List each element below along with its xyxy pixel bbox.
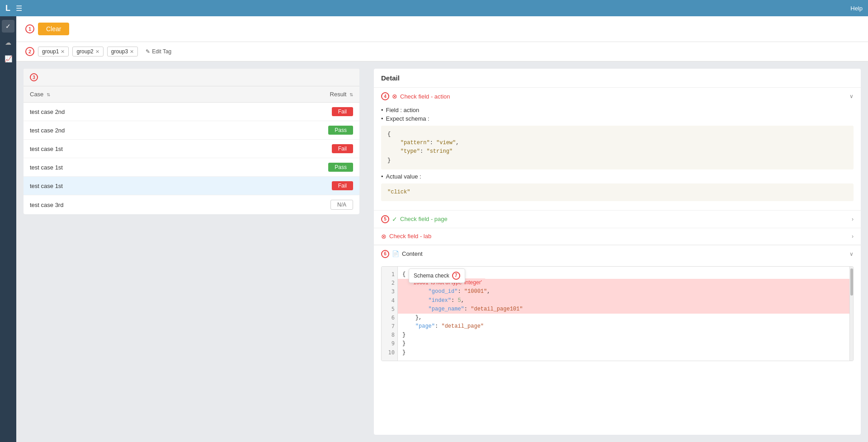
check-lab-title: ⊗ Check field - lab [381, 233, 431, 240]
section1-clear: 1 Clear [16, 16, 868, 42]
actual-value: "click" [387, 189, 410, 195]
edit-icon: ✎ [146, 48, 150, 55]
cell-result: Pass [212, 158, 359, 177]
field-label-row: • Field : action [381, 107, 854, 113]
line-number: 4 [384, 296, 395, 305]
cell-case: test case 1st [24, 140, 212, 158]
tag-group3[interactable]: group3 ✕ [107, 47, 138, 56]
content-label: Content [402, 250, 423, 257]
cell-case: test case 1st [24, 177, 212, 195]
line-number: 7 [384, 322, 395, 331]
edit-tag-label: Edit Tag [152, 48, 171, 55]
result-badge: Fail [332, 181, 353, 190]
check-action-title: 4 ⊗ Check field - action [381, 92, 450, 100]
content-section: 6 📄 Content ∨ 12345678910 { "lab": { "go… [374, 245, 861, 361]
test-table-container: Case ⇅ Result ⇅ test c [24, 86, 359, 214]
detail-title: Detail [374, 69, 861, 88]
tag-label: group2 [76, 48, 93, 55]
tooltip-step-badge: 7 [452, 272, 460, 280]
code-pattern-line: "pattern": "view", [387, 139, 847, 147]
tag-close-group1[interactable]: ✕ [61, 49, 65, 55]
topbar: L ☰ Help [0, 0, 868, 16]
check-page-item: 5 ✓ Check field - page › [374, 211, 861, 228]
help-link[interactable]: Help [850, 5, 863, 12]
check-action-item: 4 ⊗ Check field - action ∨ • Field : act… [374, 88, 861, 211]
code-line: } [402, 331, 845, 339]
step6-badge: 6 [381, 250, 389, 258]
cell-result: Fail [212, 177, 359, 195]
scrollbar-track[interactable] [849, 267, 853, 361]
table-row[interactable]: test case 2ndFail [24, 103, 359, 121]
topbar-left: L ☰ [5, 4, 22, 13]
sort-icon-result: ⇅ [349, 92, 353, 97]
chevron-content: ∨ [849, 251, 854, 257]
check-page-title: 5 ✓ Check field - page [381, 215, 448, 223]
cell-result: Pass [212, 121, 359, 140]
section2-tags: 2 group1 ✕ group2 ✕ group3 ✕ ✎ Edit Tag [16, 42, 868, 61]
table-row[interactable]: test case 3rdN/A [24, 195, 359, 215]
cell-case: test case 2nd [24, 103, 212, 121]
code-line: "good_id": "10001", [398, 287, 849, 296]
check-lab-header[interactable]: ⊗ Check field - lab › [374, 228, 861, 245]
step1-badge: 1 [25, 24, 34, 33]
actual-label: Actual value : [386, 173, 421, 180]
content-area: 3 Case ⇅ Result [16, 61, 868, 442]
table-row[interactable]: test case 1stFail [24, 177, 359, 195]
tag-group1[interactable]: group1 ✕ [38, 47, 69, 56]
line-number: 3 [384, 287, 395, 296]
code-brace-close: } [387, 156, 847, 165]
column-case: Case ⇅ [24, 86, 212, 103]
table-row[interactable]: test case 1stPass [24, 158, 359, 177]
main-content: 1 Clear 2 group1 ✕ group2 ✕ group3 ✕ ✎ E… [16, 16, 868, 442]
clear-button[interactable]: Clear [38, 23, 69, 35]
content-section-header[interactable]: 6 📄 Content ∨ [374, 245, 861, 263]
result-badge: Fail [332, 144, 353, 153]
tag-close-group3[interactable]: ✕ [130, 49, 134, 55]
pass-icon-page: ✓ [392, 216, 397, 223]
test-table: Case ⇅ Result ⇅ test c [24, 86, 359, 214]
cell-result: N/A [212, 195, 359, 215]
chevron-page: › [852, 216, 854, 222]
step2-badge: 2 [25, 47, 34, 56]
menu-icon[interactable]: ☰ [16, 4, 22, 13]
table-header-row: Case ⇅ Result ⇅ [24, 86, 359, 103]
check-lab-label: Check field - lab [389, 233, 431, 240]
chevron-lab: › [852, 233, 854, 240]
sidebar-icon-chart[interactable]: 📈 [2, 52, 14, 65]
step4-badge: 4 [381, 92, 389, 100]
check-page-header[interactable]: 5 ✓ Check field - page › [374, 211, 861, 228]
tag-label: group1 [42, 48, 59, 55]
sidebar-icon-check[interactable]: ✓ [2, 20, 14, 33]
chevron-action: ∨ [849, 93, 854, 99]
line-number: 10 [384, 348, 395, 357]
cell-result: Fail [212, 140, 359, 158]
code-line: } [402, 348, 845, 357]
sidebar-icon-cloud[interactable]: ☁ [2, 36, 14, 49]
sort-icon-case: ⇅ [47, 92, 50, 97]
code-line: { [402, 270, 845, 279]
check-action-header[interactable]: 4 ⊗ Check field - action ∨ [374, 88, 861, 105]
content-icon: 📄 [392, 250, 399, 257]
scrollbar-thumb[interactable] [850, 268, 853, 296]
sidebar: ✓ ☁ 📈 [0, 16, 16, 442]
line-number: 1 [384, 270, 395, 279]
tag-group2[interactable]: group2 ✕ [72, 47, 103, 56]
check-lab-item: ⊗ Check field - lab › [374, 228, 861, 245]
code-line: }, [402, 314, 845, 322]
line-number: 6 [384, 314, 395, 322]
actual-value-block: "click" [381, 183, 854, 201]
table-row[interactable]: test case 2ndPass [24, 121, 359, 140]
tag-close-group2[interactable]: ✕ [95, 49, 99, 55]
schema-check-tooltip: Schema check 7 [409, 268, 465, 283]
left-panel: 3 Case ⇅ Result [16, 61, 367, 442]
line-number: 5 [384, 305, 395, 314]
code-line: "index": 5, [398, 296, 849, 305]
field-label: Field : action [386, 107, 420, 113]
schema-check-label: Schema check [414, 273, 449, 279]
table-row[interactable]: test case 1stFail [24, 140, 359, 158]
expect-label-row: • Expect schema : [381, 115, 854, 122]
code-type-line: "type": "string" [387, 147, 847, 156]
step5-badge: 5 [381, 215, 389, 223]
edit-tag-button[interactable]: ✎ Edit Tag [142, 47, 175, 56]
check-action-label: Check field - action [400, 93, 450, 100]
